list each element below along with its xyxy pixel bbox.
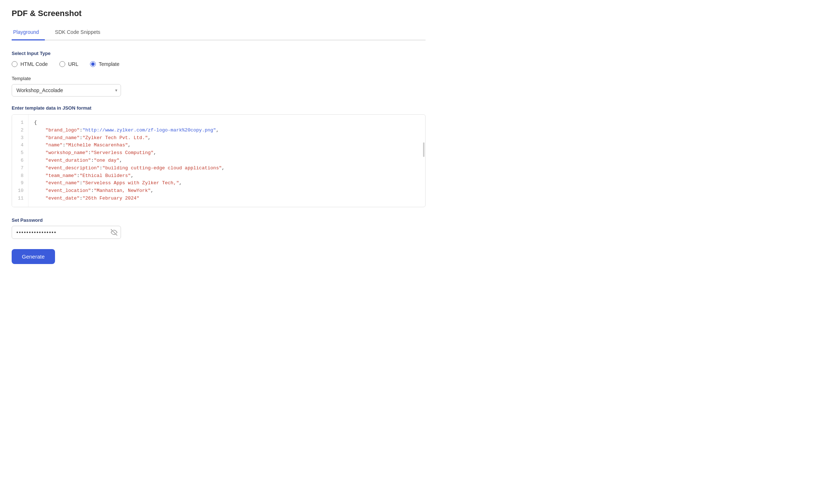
line-number: 3: [18, 134, 24, 142]
eye-slash-icon[interactable]: [111, 229, 117, 236]
radio-html-code-input[interactable]: [12, 61, 17, 67]
json-label: Enter template data in JSON format: [12, 105, 426, 111]
tab-sdk-code-snippets[interactable]: SDK Code Snippets: [54, 25, 106, 40]
line-number: 7: [18, 165, 24, 172]
radio-html-code[interactable]: HTML Code: [12, 61, 48, 67]
radio-group: HTML Code URL Template: [12, 61, 426, 67]
radio-url-input[interactable]: [59, 61, 65, 67]
template-label: Template: [12, 76, 426, 81]
line-number: 5: [18, 149, 24, 157]
password-label: Set Password: [12, 217, 426, 223]
code-content[interactable]: { "brand_logo":"http://www.zylker.com/zf…: [28, 115, 425, 207]
input-type-label: Select Input Type: [12, 51, 426, 56]
line-number: 11: [18, 195, 24, 202]
line-number: 1: [18, 119, 24, 127]
code-line: "name":"Michelle Mascarenhas",: [34, 142, 419, 149]
code-line: "event_location":"Manhattan, NewYork",: [34, 187, 419, 195]
password-section: Set Password: [12, 217, 426, 239]
code-line: {: [34, 119, 419, 127]
generate-button[interactable]: Generate: [12, 249, 55, 264]
line-number: 10: [18, 187, 24, 195]
password-input-wrapper: [12, 226, 121, 239]
line-number: 2: [18, 127, 24, 134]
page-wrapper: PDF & Screenshot Playground SDK Code Sni…: [0, 0, 437, 273]
radio-template-input[interactable]: [90, 61, 96, 67]
scrollbar-indicator[interactable]: [423, 142, 424, 157]
code-line: "workshop_name":"Serverless Computing",: [34, 149, 419, 157]
radio-url-label: URL: [68, 61, 78, 67]
code-line: "event_date":"26th February 2024": [34, 195, 419, 202]
line-number: 4: [18, 142, 24, 149]
radio-url[interactable]: URL: [59, 61, 78, 67]
line-numbers: 1234567891011: [12, 115, 28, 207]
tab-playground[interactable]: Playground: [12, 25, 45, 40]
radio-template-label: Template: [99, 61, 120, 67]
tabs-bar: Playground SDK Code Snippets: [12, 25, 426, 40]
template-section: Template Workshop_Accolade Invoice_Templ…: [12, 76, 426, 97]
line-number: 9: [18, 180, 24, 187]
page-title: PDF & Screenshot: [12, 9, 426, 18]
radio-html-code-label: HTML Code: [20, 61, 48, 67]
radio-template[interactable]: Template: [90, 61, 120, 67]
code-line: "brand_logo":"http://www.zylker.com/zf-l…: [34, 127, 419, 134]
code-line: "event_name":"Serveless Apps with Zylker…: [34, 180, 419, 187]
json-editor-inner: 1234567891011 { "brand_logo":"http://www…: [12, 115, 425, 207]
template-select[interactable]: Workshop_Accolade Invoice_Template Certi…: [12, 84, 121, 97]
code-line: "event_duration":"one day",: [34, 157, 419, 165]
line-number: 8: [18, 172, 24, 180]
template-select-wrapper: Workshop_Accolade Invoice_Template Certi…: [12, 84, 121, 97]
password-input[interactable]: [12, 226, 121, 239]
json-section: Enter template data in JSON format 12345…: [12, 105, 426, 207]
input-type-section: Select Input Type HTML Code URL Template: [12, 51, 426, 67]
json-editor[interactable]: 1234567891011 { "brand_logo":"http://www…: [12, 114, 426, 207]
code-line: "event_description":"building cutting-ed…: [34, 165, 419, 172]
line-number: 6: [18, 157, 24, 165]
code-line: "brand_name":"Zylker Tech Pvt. Ltd.",: [34, 134, 419, 142]
code-line: "team_name":"Ethical Builders",: [34, 172, 419, 180]
